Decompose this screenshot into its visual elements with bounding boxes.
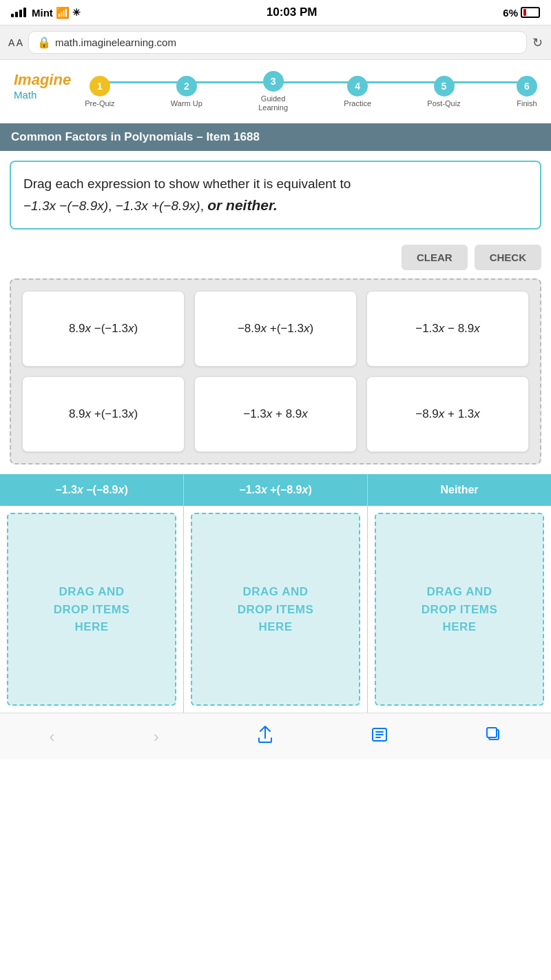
drop-zones: −1.3x −(−8.9x) DRAG ANDDROP ITEMSHERE −1… xyxy=(0,474,551,713)
step-label-3: GuidedLearning xyxy=(258,94,288,112)
section-header: Common Factors in Polynomials – Item 168… xyxy=(0,123,551,151)
battery-icon xyxy=(521,7,540,18)
step-circle-1: 1 xyxy=(90,76,110,96)
status-right: 6% xyxy=(503,7,540,19)
clear-button[interactable]: CLEAR xyxy=(402,245,468,270)
signal-icon xyxy=(11,8,26,17)
drop-zone-body-0[interactable]: DRAG ANDDROP ITEMSHERE xyxy=(7,513,176,706)
question-box: Drag each expression to show whether it … xyxy=(10,161,541,229)
question-text: Drag each expression to show whether it … xyxy=(23,174,528,216)
tabs-button[interactable] xyxy=(472,724,515,748)
drop-zone-2[interactable]: Neither DRAG ANDDROP ITEMSHERE xyxy=(368,474,551,713)
drop-zone-1[interactable]: −1.3x +(−8.9x) DRAG ANDDROP ITEMSHERE xyxy=(184,474,368,713)
drop-zone-placeholder-1: DRAG ANDDROP ITEMSHERE xyxy=(238,583,313,636)
drop-zone-header-0: −1.3x −(−8.9x) xyxy=(0,474,183,506)
logo-imagine: Imagine xyxy=(14,71,71,89)
bottom-nav: ‹ › xyxy=(0,713,551,759)
step-circle-3: 3 xyxy=(263,71,284,92)
drop-zone-header-2: Neither xyxy=(368,474,551,506)
font-size-control[interactable]: A A xyxy=(8,37,23,48)
step-circle-4: 4 xyxy=(347,76,368,96)
status-left: Mint 📶 ✳ xyxy=(11,6,81,19)
drag-card-4[interactable]: −1.3x + 8.9x xyxy=(194,376,357,452)
drop-zone-body-2[interactable]: DRAG ANDDROP ITEMSHERE xyxy=(375,513,544,706)
drag-card-text-3: 8.9x +(−1.3x) xyxy=(69,407,138,421)
back-button[interactable]: ‹ xyxy=(36,724,69,749)
step-circle-2: 2 xyxy=(176,76,197,96)
drag-card-text-1: −8.9x +(−1.3x) xyxy=(238,322,313,336)
url-bar[interactable]: 🔒 math.imaginelearning.com xyxy=(28,31,527,54)
drag-card-0[interactable]: 8.9x −(−1.3x) xyxy=(22,291,185,367)
drop-zone-header-1: −1.3x +(−8.9x) xyxy=(184,474,367,506)
step-1: 1 Pre-Quiz xyxy=(85,76,114,108)
step-label-6: Finish xyxy=(517,99,537,108)
question-line2: −1.3x −(−8.9x), −1.3x +(−8.9x), or neith… xyxy=(23,198,278,213)
progress-bar: 1 Pre-Quiz 2 Warm Up 3 GuidedLearning 4 … xyxy=(85,71,537,116)
section-title: Common Factors in Polynomials – Item 168… xyxy=(11,130,260,143)
drag-card-text-0: 8.9x −(−1.3x) xyxy=(69,322,138,336)
step-6: 6 Finish xyxy=(517,76,537,108)
step-label-4: Practice xyxy=(344,99,371,108)
bookmarks-button[interactable] xyxy=(357,724,402,748)
carrier-name: Mint xyxy=(32,7,53,19)
check-button[interactable]: CHECK xyxy=(475,245,541,270)
progress-line xyxy=(95,81,527,83)
action-bar: CLEAR CHECK xyxy=(0,239,551,276)
drop-zone-body-1[interactable]: DRAG ANDDROP ITEMSHERE xyxy=(191,513,360,706)
drag-card-text-5: −8.9x + 1.3x xyxy=(415,407,480,421)
logo: Imagine Math xyxy=(14,71,71,101)
step-circle-5: 5 xyxy=(434,76,455,96)
wifi-icon: 📶 xyxy=(56,6,70,19)
progress-steps: 1 Pre-Quiz 2 Warm Up 3 GuidedLearning 4 … xyxy=(85,71,537,112)
step-2: 2 Warm Up xyxy=(171,76,202,108)
step-label-5: Post-Quiz xyxy=(427,99,460,108)
lock-icon: 🔒 xyxy=(37,36,51,49)
step-label-2: Warm Up xyxy=(171,99,202,108)
activity-icon: ✳ xyxy=(72,7,81,18)
status-time: 10:03 PM xyxy=(267,6,318,19)
drop-zone-placeholder-2: DRAG ANDDROP ITEMSHERE xyxy=(422,583,497,636)
drag-card-text-2: −1.3x − 8.9x xyxy=(415,322,480,336)
drag-card-text-4: −1.3x + 8.9x xyxy=(243,407,308,421)
drag-card-3[interactable]: 8.9x +(−1.3x) xyxy=(22,376,185,452)
drag-grid: 8.9x −(−1.3x) −8.9x +(−1.3x) −1.3x − 8.9… xyxy=(22,291,529,452)
step-4: 4 Practice xyxy=(344,76,371,108)
battery-percent: 6% xyxy=(503,7,518,19)
drop-zone-0[interactable]: −1.3x −(−8.9x) DRAG ANDDROP ITEMSHERE xyxy=(0,474,184,713)
status-bar: Mint 📶 ✳ 10:03 PM 6% xyxy=(0,0,551,25)
svg-rect-2 xyxy=(487,728,497,737)
url-text: math.imaginelearning.com xyxy=(55,37,176,48)
forward-button[interactable]: › xyxy=(140,724,173,749)
reload-button[interactable]: ↻ xyxy=(532,35,543,50)
step-3: 3 GuidedLearning xyxy=(258,71,288,112)
step-label-1: Pre-Quiz xyxy=(85,99,114,108)
app-header: Imagine Math 1 Pre-Quiz 2 Warm Up 3 Guid… xyxy=(0,60,551,123)
drag-card-5[interactable]: −8.9x + 1.3x xyxy=(366,376,529,452)
logo-math: Math xyxy=(14,89,71,101)
drag-card-1[interactable]: −8.9x +(−1.3x) xyxy=(194,291,357,367)
share-button[interactable] xyxy=(244,723,287,750)
drag-card-2[interactable]: −1.3x − 8.9x xyxy=(366,291,529,367)
step-5: 5 Post-Quiz xyxy=(427,76,460,108)
drop-zone-placeholder-0: DRAG ANDDROP ITEMSHERE xyxy=(54,583,129,636)
drag-area: 8.9x −(−1.3x) −8.9x +(−1.3x) −1.3x − 8.9… xyxy=(10,278,541,465)
question-line1: Drag each expression to show whether it … xyxy=(23,176,351,191)
browser-bar: A A 🔒 math.imaginelearning.com ↻ xyxy=(0,25,551,60)
step-circle-6: 6 xyxy=(517,76,537,96)
